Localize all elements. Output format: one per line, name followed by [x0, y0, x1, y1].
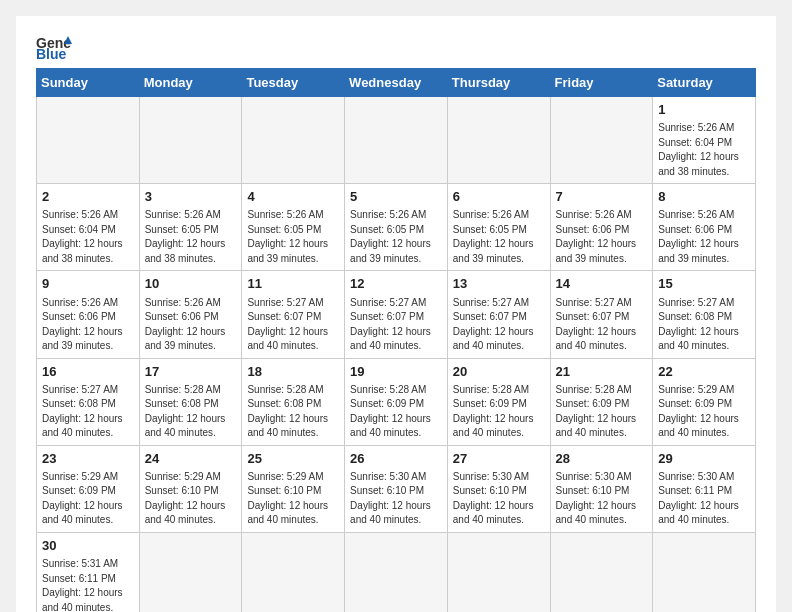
day-info: Sunrise: 5:31 AM Sunset: 6:11 PM Dayligh… — [42, 557, 134, 612]
calendar-cell: 10Sunrise: 5:26 AM Sunset: 6:06 PM Dayli… — [139, 271, 242, 358]
calendar-cell: 14Sunrise: 5:27 AM Sunset: 6:07 PM Dayli… — [550, 271, 653, 358]
calendar-cell: 27Sunrise: 5:30 AM Sunset: 6:10 PM Dayli… — [447, 445, 550, 532]
day-number: 6 — [453, 188, 545, 206]
day-info: Sunrise: 5:27 AM Sunset: 6:07 PM Dayligh… — [453, 296, 545, 354]
day-info: Sunrise: 5:26 AM Sunset: 6:06 PM Dayligh… — [42, 296, 134, 354]
calendar-cell: 1Sunrise: 5:26 AM Sunset: 6:04 PM Daylig… — [653, 97, 756, 184]
day-number: 26 — [350, 450, 442, 468]
day-info: Sunrise: 5:26 AM Sunset: 6:06 PM Dayligh… — [658, 208, 750, 266]
calendar-cell — [653, 532, 756, 612]
week-row-4: 16Sunrise: 5:27 AM Sunset: 6:08 PM Dayli… — [37, 358, 756, 445]
calendar-cell: 6Sunrise: 5:26 AM Sunset: 6:05 PM Daylig… — [447, 184, 550, 271]
week-row-5: 23Sunrise: 5:29 AM Sunset: 6:09 PM Dayli… — [37, 445, 756, 532]
calendar-cell: 30Sunrise: 5:31 AM Sunset: 6:11 PM Dayli… — [37, 532, 140, 612]
calendar-cell — [550, 97, 653, 184]
day-number: 18 — [247, 363, 339, 381]
calendar-cell: 20Sunrise: 5:28 AM Sunset: 6:09 PM Dayli… — [447, 358, 550, 445]
calendar-cell: 29Sunrise: 5:30 AM Sunset: 6:11 PM Dayli… — [653, 445, 756, 532]
logo-icon: General Blue — [36, 32, 72, 60]
day-number: 7 — [556, 188, 648, 206]
day-number: 19 — [350, 363, 442, 381]
day-info: Sunrise: 5:30 AM Sunset: 6:10 PM Dayligh… — [453, 470, 545, 528]
calendar-table: SundayMondayTuesdayWednesdayThursdayFrid… — [36, 68, 756, 612]
calendar-cell: 9Sunrise: 5:26 AM Sunset: 6:06 PM Daylig… — [37, 271, 140, 358]
calendar-cell — [345, 532, 448, 612]
calendar-cell: 23Sunrise: 5:29 AM Sunset: 6:09 PM Dayli… — [37, 445, 140, 532]
day-number: 9 — [42, 275, 134, 293]
day-info: Sunrise: 5:28 AM Sunset: 6:08 PM Dayligh… — [145, 383, 237, 441]
day-info: Sunrise: 5:28 AM Sunset: 6:09 PM Dayligh… — [453, 383, 545, 441]
calendar-cell — [345, 97, 448, 184]
day-number: 8 — [658, 188, 750, 206]
day-info: Sunrise: 5:29 AM Sunset: 6:10 PM Dayligh… — [247, 470, 339, 528]
day-number: 4 — [247, 188, 339, 206]
day-info: Sunrise: 5:28 AM Sunset: 6:08 PM Dayligh… — [247, 383, 339, 441]
day-info: Sunrise: 5:27 AM Sunset: 6:07 PM Dayligh… — [247, 296, 339, 354]
weekday-header-row: SundayMondayTuesdayWednesdayThursdayFrid… — [37, 69, 756, 97]
day-info: Sunrise: 5:30 AM Sunset: 6:10 PM Dayligh… — [350, 470, 442, 528]
day-info: Sunrise: 5:26 AM Sunset: 6:06 PM Dayligh… — [145, 296, 237, 354]
day-number: 27 — [453, 450, 545, 468]
day-number: 21 — [556, 363, 648, 381]
calendar-cell — [242, 97, 345, 184]
day-number: 14 — [556, 275, 648, 293]
calendar-cell: 25Sunrise: 5:29 AM Sunset: 6:10 PM Dayli… — [242, 445, 345, 532]
day-info: Sunrise: 5:30 AM Sunset: 6:11 PM Dayligh… — [658, 470, 750, 528]
day-info: Sunrise: 5:29 AM Sunset: 6:09 PM Dayligh… — [42, 470, 134, 528]
day-info: Sunrise: 5:28 AM Sunset: 6:09 PM Dayligh… — [350, 383, 442, 441]
day-info: Sunrise: 5:26 AM Sunset: 6:04 PM Dayligh… — [658, 121, 750, 179]
calendar-cell — [447, 532, 550, 612]
day-number: 20 — [453, 363, 545, 381]
calendar-cell: 8Sunrise: 5:26 AM Sunset: 6:06 PM Daylig… — [653, 184, 756, 271]
day-info: Sunrise: 5:26 AM Sunset: 6:05 PM Dayligh… — [453, 208, 545, 266]
weekday-saturday: Saturday — [653, 69, 756, 97]
day-number: 1 — [658, 101, 750, 119]
day-number: 29 — [658, 450, 750, 468]
day-info: Sunrise: 5:26 AM Sunset: 6:05 PM Dayligh… — [350, 208, 442, 266]
day-info: Sunrise: 5:27 AM Sunset: 6:07 PM Dayligh… — [556, 296, 648, 354]
calendar-cell: 17Sunrise: 5:28 AM Sunset: 6:08 PM Dayli… — [139, 358, 242, 445]
day-info: Sunrise: 5:26 AM Sunset: 6:04 PM Dayligh… — [42, 208, 134, 266]
day-number: 13 — [453, 275, 545, 293]
calendar-cell: 22Sunrise: 5:29 AM Sunset: 6:09 PM Dayli… — [653, 358, 756, 445]
calendar-cell — [139, 532, 242, 612]
calendar-cell: 13Sunrise: 5:27 AM Sunset: 6:07 PM Dayli… — [447, 271, 550, 358]
header: General Blue — [36, 32, 756, 60]
calendar-cell: 26Sunrise: 5:30 AM Sunset: 6:10 PM Dayli… — [345, 445, 448, 532]
week-row-2: 2Sunrise: 5:26 AM Sunset: 6:04 PM Daylig… — [37, 184, 756, 271]
calendar-cell: 15Sunrise: 5:27 AM Sunset: 6:08 PM Dayli… — [653, 271, 756, 358]
day-number: 17 — [145, 363, 237, 381]
week-row-3: 9Sunrise: 5:26 AM Sunset: 6:06 PM Daylig… — [37, 271, 756, 358]
calendar-cell: 19Sunrise: 5:28 AM Sunset: 6:09 PM Dayli… — [345, 358, 448, 445]
day-number: 16 — [42, 363, 134, 381]
weekday-thursday: Thursday — [447, 69, 550, 97]
day-info: Sunrise: 5:26 AM Sunset: 6:06 PM Dayligh… — [556, 208, 648, 266]
calendar-cell: 3Sunrise: 5:26 AM Sunset: 6:05 PM Daylig… — [139, 184, 242, 271]
weekday-wednesday: Wednesday — [345, 69, 448, 97]
day-number: 12 — [350, 275, 442, 293]
calendar-cell — [447, 97, 550, 184]
day-number: 23 — [42, 450, 134, 468]
day-number: 24 — [145, 450, 237, 468]
weekday-sunday: Sunday — [37, 69, 140, 97]
day-number: 11 — [247, 275, 339, 293]
calendar-page: General Blue SundayMondayTuesdayWednesda… — [16, 16, 776, 612]
calendar-cell: 21Sunrise: 5:28 AM Sunset: 6:09 PM Dayli… — [550, 358, 653, 445]
day-number: 10 — [145, 275, 237, 293]
weekday-tuesday: Tuesday — [242, 69, 345, 97]
day-number: 22 — [658, 363, 750, 381]
day-number: 3 — [145, 188, 237, 206]
calendar-cell: 5Sunrise: 5:26 AM Sunset: 6:05 PM Daylig… — [345, 184, 448, 271]
calendar-cell: 11Sunrise: 5:27 AM Sunset: 6:07 PM Dayli… — [242, 271, 345, 358]
calendar-cell: 18Sunrise: 5:28 AM Sunset: 6:08 PM Dayli… — [242, 358, 345, 445]
day-info: Sunrise: 5:26 AM Sunset: 6:05 PM Dayligh… — [247, 208, 339, 266]
weekday-monday: Monday — [139, 69, 242, 97]
weekday-friday: Friday — [550, 69, 653, 97]
calendar-cell: 2Sunrise: 5:26 AM Sunset: 6:04 PM Daylig… — [37, 184, 140, 271]
calendar-cell — [242, 532, 345, 612]
week-row-6: 30Sunrise: 5:31 AM Sunset: 6:11 PM Dayli… — [37, 532, 756, 612]
day-number: 5 — [350, 188, 442, 206]
day-info: Sunrise: 5:27 AM Sunset: 6:07 PM Dayligh… — [350, 296, 442, 354]
day-info: Sunrise: 5:27 AM Sunset: 6:08 PM Dayligh… — [658, 296, 750, 354]
day-info: Sunrise: 5:28 AM Sunset: 6:09 PM Dayligh… — [556, 383, 648, 441]
